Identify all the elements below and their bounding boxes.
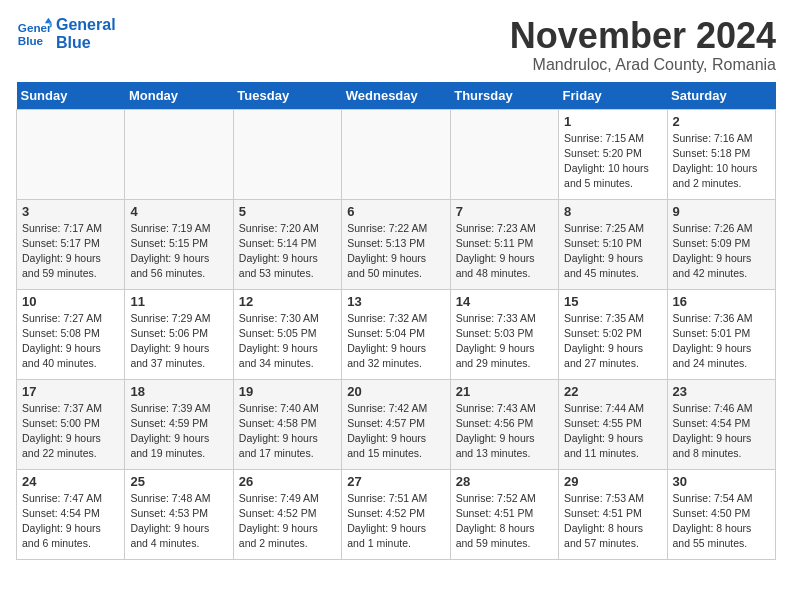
day-info: Sunrise: 7:51 AM Sunset: 4:52 PM Dayligh… — [347, 491, 444, 552]
day-number: 24 — [22, 474, 119, 489]
day-info: Sunrise: 7:33 AM Sunset: 5:03 PM Dayligh… — [456, 311, 553, 372]
day-info: Sunrise: 7:22 AM Sunset: 5:13 PM Dayligh… — [347, 221, 444, 282]
day-number: 7 — [456, 204, 553, 219]
location: Mandruloc, Arad County, Romania — [510, 56, 776, 74]
day-number: 10 — [22, 294, 119, 309]
day-number: 21 — [456, 384, 553, 399]
header-wednesday: Wednesday — [342, 82, 450, 110]
calendar-cell: 14Sunrise: 7:33 AM Sunset: 5:03 PM Dayli… — [450, 289, 558, 379]
calendar-cell: 18Sunrise: 7:39 AM Sunset: 4:59 PM Dayli… — [125, 379, 233, 469]
calendar-cell — [125, 109, 233, 199]
day-info: Sunrise: 7:23 AM Sunset: 5:11 PM Dayligh… — [456, 221, 553, 282]
calendar-cell: 22Sunrise: 7:44 AM Sunset: 4:55 PM Dayli… — [559, 379, 667, 469]
day-number: 19 — [239, 384, 336, 399]
day-number: 4 — [130, 204, 227, 219]
day-info: Sunrise: 7:53 AM Sunset: 4:51 PM Dayligh… — [564, 491, 661, 552]
calendar-cell: 17Sunrise: 7:37 AM Sunset: 5:00 PM Dayli… — [17, 379, 125, 469]
day-number: 20 — [347, 384, 444, 399]
day-number: 26 — [239, 474, 336, 489]
title-block: November 2024 Mandruloc, Arad County, Ro… — [510, 16, 776, 74]
calendar-cell: 5Sunrise: 7:20 AM Sunset: 5:14 PM Daylig… — [233, 199, 341, 289]
calendar-week-row: 24Sunrise: 7:47 AM Sunset: 4:54 PM Dayli… — [17, 469, 776, 559]
header-monday: Monday — [125, 82, 233, 110]
day-number: 12 — [239, 294, 336, 309]
day-number: 1 — [564, 114, 661, 129]
day-info: Sunrise: 7:19 AM Sunset: 5:15 PM Dayligh… — [130, 221, 227, 282]
day-info: Sunrise: 7:47 AM Sunset: 4:54 PM Dayligh… — [22, 491, 119, 552]
calendar-cell: 11Sunrise: 7:29 AM Sunset: 5:06 PM Dayli… — [125, 289, 233, 379]
day-number: 29 — [564, 474, 661, 489]
calendar-cell: 21Sunrise: 7:43 AM Sunset: 4:56 PM Dayli… — [450, 379, 558, 469]
header-tuesday: Tuesday — [233, 82, 341, 110]
calendar-cell: 4Sunrise: 7:19 AM Sunset: 5:15 PM Daylig… — [125, 199, 233, 289]
day-info: Sunrise: 7:52 AM Sunset: 4:51 PM Dayligh… — [456, 491, 553, 552]
header-saturday: Saturday — [667, 82, 775, 110]
calendar-cell: 30Sunrise: 7:54 AM Sunset: 4:50 PM Dayli… — [667, 469, 775, 559]
calendar-cell: 26Sunrise: 7:49 AM Sunset: 4:52 PM Dayli… — [233, 469, 341, 559]
calendar-cell: 16Sunrise: 7:36 AM Sunset: 5:01 PM Dayli… — [667, 289, 775, 379]
page-header: General Blue General Blue November 2024 … — [16, 16, 776, 74]
day-number: 6 — [347, 204, 444, 219]
calendar-cell: 3Sunrise: 7:17 AM Sunset: 5:17 PM Daylig… — [17, 199, 125, 289]
day-info: Sunrise: 7:46 AM Sunset: 4:54 PM Dayligh… — [673, 401, 770, 462]
calendar-cell: 19Sunrise: 7:40 AM Sunset: 4:58 PM Dayli… — [233, 379, 341, 469]
logo-line1: General — [56, 16, 116, 34]
calendar-cell: 20Sunrise: 7:42 AM Sunset: 4:57 PM Dayli… — [342, 379, 450, 469]
day-number: 18 — [130, 384, 227, 399]
day-number: 23 — [673, 384, 770, 399]
svg-text:Blue: Blue — [18, 34, 44, 47]
calendar-cell: 9Sunrise: 7:26 AM Sunset: 5:09 PM Daylig… — [667, 199, 775, 289]
calendar-week-row: 10Sunrise: 7:27 AM Sunset: 5:08 PM Dayli… — [17, 289, 776, 379]
day-info: Sunrise: 7:16 AM Sunset: 5:18 PM Dayligh… — [673, 131, 770, 192]
calendar-cell: 8Sunrise: 7:25 AM Sunset: 5:10 PM Daylig… — [559, 199, 667, 289]
calendar-week-row: 3Sunrise: 7:17 AM Sunset: 5:17 PM Daylig… — [17, 199, 776, 289]
month-title: November 2024 — [510, 16, 776, 56]
calendar-week-row: 17Sunrise: 7:37 AM Sunset: 5:00 PM Dayli… — [17, 379, 776, 469]
day-info: Sunrise: 7:20 AM Sunset: 5:14 PM Dayligh… — [239, 221, 336, 282]
calendar-cell — [450, 109, 558, 199]
day-number: 28 — [456, 474, 553, 489]
day-info: Sunrise: 7:40 AM Sunset: 4:58 PM Dayligh… — [239, 401, 336, 462]
calendar-cell: 10Sunrise: 7:27 AM Sunset: 5:08 PM Dayli… — [17, 289, 125, 379]
calendar-cell: 28Sunrise: 7:52 AM Sunset: 4:51 PM Dayli… — [450, 469, 558, 559]
calendar-table: SundayMondayTuesdayWednesdayThursdayFrid… — [16, 82, 776, 560]
calendar-cell — [342, 109, 450, 199]
day-number: 16 — [673, 294, 770, 309]
calendar-cell — [233, 109, 341, 199]
day-number: 15 — [564, 294, 661, 309]
calendar-cell: 25Sunrise: 7:48 AM Sunset: 4:53 PM Dayli… — [125, 469, 233, 559]
day-info: Sunrise: 7:42 AM Sunset: 4:57 PM Dayligh… — [347, 401, 444, 462]
calendar-cell: 15Sunrise: 7:35 AM Sunset: 5:02 PM Dayli… — [559, 289, 667, 379]
day-info: Sunrise: 7:36 AM Sunset: 5:01 PM Dayligh… — [673, 311, 770, 372]
calendar-cell — [17, 109, 125, 199]
day-number: 14 — [456, 294, 553, 309]
day-number: 11 — [130, 294, 227, 309]
day-number: 2 — [673, 114, 770, 129]
day-info: Sunrise: 7:48 AM Sunset: 4:53 PM Dayligh… — [130, 491, 227, 552]
calendar-cell: 6Sunrise: 7:22 AM Sunset: 5:13 PM Daylig… — [342, 199, 450, 289]
day-number: 27 — [347, 474, 444, 489]
day-number: 25 — [130, 474, 227, 489]
calendar-cell: 7Sunrise: 7:23 AM Sunset: 5:11 PM Daylig… — [450, 199, 558, 289]
day-info: Sunrise: 7:15 AM Sunset: 5:20 PM Dayligh… — [564, 131, 661, 192]
day-info: Sunrise: 7:17 AM Sunset: 5:17 PM Dayligh… — [22, 221, 119, 282]
day-info: Sunrise: 7:37 AM Sunset: 5:00 PM Dayligh… — [22, 401, 119, 462]
day-info: Sunrise: 7:30 AM Sunset: 5:05 PM Dayligh… — [239, 311, 336, 372]
day-info: Sunrise: 7:39 AM Sunset: 4:59 PM Dayligh… — [130, 401, 227, 462]
calendar-cell: 27Sunrise: 7:51 AM Sunset: 4:52 PM Dayli… — [342, 469, 450, 559]
day-info: Sunrise: 7:54 AM Sunset: 4:50 PM Dayligh… — [673, 491, 770, 552]
day-number: 8 — [564, 204, 661, 219]
day-number: 9 — [673, 204, 770, 219]
header-friday: Friday — [559, 82, 667, 110]
logo-icon: General Blue — [16, 16, 52, 52]
calendar-cell: 13Sunrise: 7:32 AM Sunset: 5:04 PM Dayli… — [342, 289, 450, 379]
calendar-cell: 29Sunrise: 7:53 AM Sunset: 4:51 PM Dayli… — [559, 469, 667, 559]
day-info: Sunrise: 7:29 AM Sunset: 5:06 PM Dayligh… — [130, 311, 227, 372]
day-info: Sunrise: 7:27 AM Sunset: 5:08 PM Dayligh… — [22, 311, 119, 372]
logo: General Blue General Blue — [16, 16, 116, 52]
calendar-cell: 12Sunrise: 7:30 AM Sunset: 5:05 PM Dayli… — [233, 289, 341, 379]
day-info: Sunrise: 7:32 AM Sunset: 5:04 PM Dayligh… — [347, 311, 444, 372]
day-number: 3 — [22, 204, 119, 219]
calendar-cell: 2Sunrise: 7:16 AM Sunset: 5:18 PM Daylig… — [667, 109, 775, 199]
day-number: 30 — [673, 474, 770, 489]
